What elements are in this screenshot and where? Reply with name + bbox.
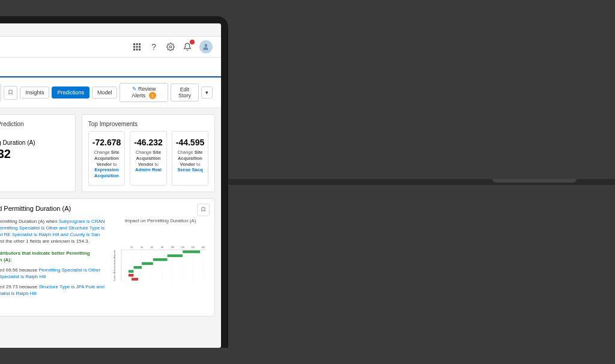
bookmark-button[interactable] xyxy=(4,86,17,100)
svg-text:60: 60 xyxy=(151,246,153,249)
prediction-value: 154.32 xyxy=(0,147,69,161)
svg-rect-34 xyxy=(129,274,134,277)
review-alerts-button[interactable]: ✎ Review Alerts 1 xyxy=(120,83,168,102)
laptop-base xyxy=(228,179,615,185)
card-title: Einstein Prediction xyxy=(0,121,69,127)
right-panel: Einstein Prediction Permitting Duration … xyxy=(0,108,221,348)
svg-text:20: 20 xyxy=(130,246,133,249)
predicted-duration-card: Predicted Permitting Duration (A) Predic… xyxy=(0,198,215,317)
chart-area: Impact on Permitting Duration (A) 204060… xyxy=(112,218,208,310)
bell-icon[interactable] xyxy=(183,42,192,52)
insights-button[interactable]: Insights xyxy=(20,86,49,99)
improvement-value: -46.232 xyxy=(134,138,162,147)
waterfall-chart: 20406080100120140160Duration (A) By desc… xyxy=(112,223,208,308)
svg-rect-35 xyxy=(132,278,138,281)
svg-rect-29 xyxy=(167,254,183,257)
contributors-header: Top contributors that indicate better Pe… xyxy=(0,250,106,263)
svg-text:40: 40 xyxy=(141,246,143,249)
page-header: Permitting Predictions Minimize Permitti… xyxy=(0,77,221,108)
einstein-prediction-card: Einstein Prediction Permitting Duration … xyxy=(0,114,76,192)
improvement-box[interactable]: -72.678 Change Site Acquisition Vendor t… xyxy=(88,131,125,186)
more-menu-button[interactable]: ▾ xyxy=(201,86,213,99)
edit-story-button[interactable]: Edit Story xyxy=(171,83,199,102)
svg-rect-33 xyxy=(129,270,134,273)
svg-rect-7 xyxy=(136,49,138,50)
improvement-box[interactable]: -44.595 Change Site Acquisition Vendor t… xyxy=(172,131,208,186)
svg-text:Duration (A) By descending Mag: Duration (A) By descending Magnitude xyxy=(114,250,116,281)
contributor-item: Subtracted 69.56 because Permitting Spec… xyxy=(0,267,106,280)
svg-text:140: 140 xyxy=(191,246,195,249)
improvements-grid: -72.678 Change Site Acquisition Vendor t… xyxy=(88,131,208,186)
workspace-tabs: ✸ Tableau CRM Analytics Studio Permittin… xyxy=(0,58,221,77)
svg-text:120: 120 xyxy=(181,246,184,249)
prediction-label: Permitting Duration (A) xyxy=(0,139,69,146)
apps-grid-icon[interactable] xyxy=(132,42,142,52)
help-icon[interactable]: ? xyxy=(149,42,159,52)
svg-rect-6 xyxy=(133,49,135,50)
svg-rect-0 xyxy=(133,43,135,45)
svg-text:160: 160 xyxy=(201,246,205,249)
svg-point-9 xyxy=(169,46,172,48)
bookmark-button[interactable] xyxy=(197,204,210,216)
user-avatar[interactable] xyxy=(199,40,213,53)
window-titlebar xyxy=(0,23,221,37)
svg-rect-4 xyxy=(136,46,138,48)
screen: SITETRACKER ? ✸ Tableau CRM Analytics St… xyxy=(0,23,221,348)
page-actions: Got Feedback? Insights Predictions Model… xyxy=(0,83,213,102)
svg-rect-28 xyxy=(183,250,200,253)
detail-text: Predicted Permitting Duration (A) when S… xyxy=(0,218,106,310)
card-title: Top Improvements xyxy=(88,121,208,127)
svg-rect-32 xyxy=(133,266,142,269)
laptop-frame: SITETRACKER ? ✸ Tableau CRM Analytics St… xyxy=(0,16,228,348)
svg-text:80: 80 xyxy=(161,246,163,249)
svg-rect-30 xyxy=(153,258,168,261)
page-body: Select a Group to Predict Model Feature … xyxy=(0,108,221,348)
svg-text:100: 100 xyxy=(171,246,174,249)
svg-rect-3 xyxy=(133,46,135,48)
svg-rect-2 xyxy=(139,43,141,45)
svg-rect-8 xyxy=(139,49,141,50)
top-improvements-card: Top Improvements -72.678 Change Site Acq… xyxy=(82,114,215,192)
improvement-value: -44.595 xyxy=(176,138,204,147)
predictions-button[interactable]: Predictions xyxy=(52,86,89,99)
improvement-description: Change Site Acquisition Vendor to Admire… xyxy=(134,150,162,173)
improvement-box[interactable]: -46.232 Change Site Acquisition Vendor t… xyxy=(130,131,166,186)
svg-rect-31 xyxy=(142,262,153,265)
app-header: SITETRACKER ? xyxy=(0,37,221,58)
alerts-count-badge: 1 xyxy=(149,92,156,99)
gear-icon[interactable] xyxy=(166,42,175,52)
improvement-value: -72.678 xyxy=(92,138,121,147)
svg-point-10 xyxy=(205,44,208,47)
contributor-item: Subtracted 29.73 because Structure Type … xyxy=(0,284,106,297)
feedback-button[interactable]: Got Feedback? xyxy=(0,83,1,102)
improvement-description: Change Site Acquisition Vendor to Sense … xyxy=(176,150,204,173)
svg-rect-5 xyxy=(139,46,141,48)
chart-x-label: Impact on Permitting Duration (A) xyxy=(112,218,208,223)
detail-body: Predicted Permitting Duration (A) when S… xyxy=(0,218,208,310)
notification-dot xyxy=(190,40,195,44)
detail-paragraph: Predicted Permitting Duration (A) when S… xyxy=(0,218,106,245)
improvement-description: Change Site Acquisition Vendor to Expres… xyxy=(92,150,121,179)
detail-title: Predicted Permitting Duration (A) xyxy=(0,205,208,212)
top-cards: Einstein Prediction Permitting Duration … xyxy=(0,114,215,192)
model-button[interactable]: Model xyxy=(92,86,118,99)
svg-rect-1 xyxy=(136,43,138,45)
header-actions: ? xyxy=(132,40,213,53)
